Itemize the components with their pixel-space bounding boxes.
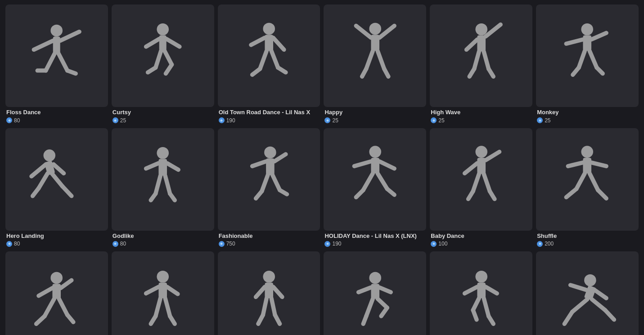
svg-rect-113 [265, 282, 273, 298]
emote-item-monkey[interactable]: Monkey 25 [536, 4, 639, 125]
emote-item-row3-4[interactable] [324, 251, 426, 335]
emote-card-row3-1 [5, 251, 108, 335]
emote-name-happy: Happy [324, 109, 425, 116]
svg-line-59 [167, 163, 178, 170]
svg-point-64 [264, 147, 276, 159]
emote-item-fashionable[interactable]: Fashionable 750 [218, 128, 320, 248]
emote-item-row3-1[interactable] [5, 251, 108, 335]
svg-line-45 [573, 67, 579, 75]
svg-line-6 [59, 54, 68, 71]
svg-line-27 [379, 26, 394, 38]
emote-card-high-wave [430, 4, 532, 107]
svg-line-38 [484, 52, 489, 69]
svg-line-46 [590, 51, 597, 67]
svg-line-111 [170, 316, 175, 324]
svg-line-35 [466, 40, 477, 50]
emote-item-shuffle[interactable]: Shuffle 200 [536, 128, 639, 248]
svg-line-143 [605, 310, 614, 319]
vbuck-icon [219, 241, 225, 247]
svg-line-86 [484, 174, 490, 192]
emote-info-fashionable: Fashionable 750 [218, 231, 320, 248]
emote-card-old-town-road [218, 4, 320, 107]
svg-line-67 [275, 154, 286, 161]
svg-line-93 [567, 189, 577, 197]
emote-item-old-town-road[interactable]: Old Town Road Dance - Lil Nas X 190 [218, 4, 320, 125]
emote-item-happy[interactable]: Happy 25 [324, 4, 426, 125]
vbuck-icon [431, 117, 437, 123]
svg-line-139 [594, 290, 607, 298]
svg-line-36 [474, 52, 479, 69]
svg-line-90 [568, 162, 583, 166]
emote-price-monkey: 25 [537, 117, 638, 124]
emote-name-hero-landing: Hero Landing [6, 232, 107, 240]
emote-item-godlike[interactable]: Godlike 80 [112, 128, 214, 248]
svg-line-102 [59, 299, 68, 315]
vbuck-icon [6, 117, 12, 123]
svg-line-71 [279, 190, 287, 194]
svg-point-112 [263, 271, 275, 283]
emote-grid: Floss Dance 80 Curtsy [0, 0, 644, 335]
emote-item-curtsy[interactable]: Curtsy 25 [112, 4, 214, 125]
emote-info-curtsy: Curtsy 25 [112, 107, 214, 125]
vbuck-icon [431, 241, 437, 247]
emote-name-holiday-dance: HOLIDAY Dance - Lil Nas X (LNX) [324, 232, 425, 240]
svg-line-18 [251, 38, 265, 45]
svg-rect-105 [158, 282, 167, 298]
svg-line-131 [486, 286, 497, 293]
emote-item-row3-3[interactable] [218, 251, 320, 335]
emote-name-monkey: Monkey [537, 109, 638, 116]
emote-card-row3-6 [536, 251, 639, 335]
emote-info-shuffle: Shuffle 200 [536, 231, 639, 248]
emote-name-floss-dance: Floss Dance [6, 109, 107, 116]
svg-line-44 [579, 51, 585, 67]
svg-line-123 [379, 287, 391, 292]
emote-info-floss-dance: Floss Dance 80 [5, 107, 108, 125]
svg-line-23 [278, 67, 285, 72]
svg-line-115 [273, 286, 282, 297]
emote-card-row3-2 [112, 251, 214, 335]
svg-point-48 [44, 149, 56, 161]
svg-rect-41 [583, 36, 592, 51]
svg-line-21 [252, 69, 260, 75]
svg-line-108 [156, 298, 161, 316]
emote-name-godlike: Godlike [113, 232, 213, 240]
svg-point-104 [157, 271, 169, 283]
svg-line-76 [363, 173, 373, 190]
emote-price-fashionable: 750 [219, 241, 320, 247]
emote-name-shuffle: Shuffle [537, 232, 638, 240]
svg-line-130 [464, 286, 477, 293]
svg-rect-129 [477, 282, 486, 298]
emote-item-baby-dance[interactable]: Baby Dance 100 [430, 128, 532, 248]
svg-line-82 [486, 152, 500, 161]
svg-point-136 [584, 274, 596, 286]
emote-name-old-town-road: Old Town Road Dance - Lil Nas X [219, 109, 320, 116]
emote-item-floss-dance[interactable]: Floss Dance 80 [5, 4, 108, 125]
svg-line-29 [362, 69, 366, 76]
svg-line-83 [464, 163, 477, 174]
svg-line-51 [54, 164, 64, 173]
svg-line-4 [46, 54, 55, 71]
svg-line-109 [151, 316, 156, 324]
svg-line-43 [591, 33, 606, 40]
emote-item-row3-2[interactable] [112, 251, 214, 335]
svg-line-77 [356, 190, 363, 197]
svg-line-103 [68, 315, 73, 322]
svg-line-34 [486, 25, 500, 37]
svg-line-122 [358, 287, 371, 292]
svg-line-42 [567, 40, 583, 44]
svg-line-7 [68, 71, 76, 74]
svg-line-37 [469, 69, 474, 76]
svg-line-127 [381, 308, 387, 316]
emote-item-high-wave[interactable]: High Wave 25 [430, 4, 532, 125]
emote-info-monkey: Monkey 25 [536, 107, 639, 125]
svg-line-11 [167, 39, 180, 47]
emote-item-row3-6[interactable] [536, 251, 639, 335]
emote-card-monkey [536, 4, 639, 107]
svg-point-32 [475, 23, 487, 36]
emote-item-row3-5[interactable] [430, 251, 532, 335]
emote-item-hero-landing[interactable]: Hero Landing 80 [5, 128, 108, 248]
emote-card-holiday-dance [324, 128, 426, 231]
emote-item-holiday-dance[interactable]: HOLIDAY Dance - Lil Nas X (LNX) 190 [324, 128, 426, 248]
svg-line-78 [378, 173, 387, 189]
svg-line-117 [258, 315, 263, 324]
